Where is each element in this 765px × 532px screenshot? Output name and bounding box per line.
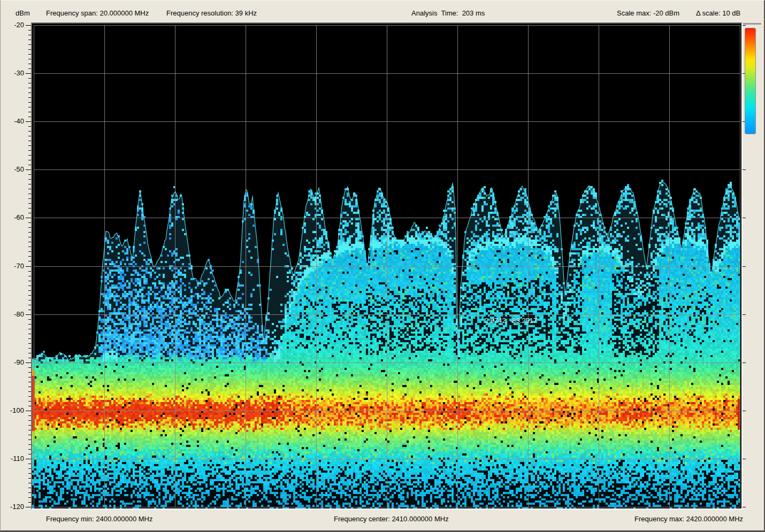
- y-axis-tick-right: [743, 25, 746, 26]
- y-axis-tick: [26, 411, 31, 411]
- y-axis-tick-label: -30: [2, 69, 24, 77]
- y-axis-unit-label: dBm: [16, 9, 30, 17]
- cursor-readout: 2.9742, -83.2517: [485, 317, 537, 325]
- y-axis-tick: [26, 266, 31, 267]
- y-axis-tick-label: -50: [2, 165, 24, 173]
- y-axis-tick: [26, 121, 31, 122]
- y-axis-tick: [26, 218, 31, 218]
- frequency-center-label: Frequency center: 2410.000000 MHz: [334, 515, 449, 523]
- frequency-resolution-label: Frequency resolution: 39 kHz: [166, 9, 257, 17]
- y-axis-tick-right: [743, 169, 746, 170]
- y-axis-tick: [26, 314, 31, 315]
- y-axis-tick: [26, 169, 31, 170]
- y-axis-tick-label: -40: [2, 117, 24, 125]
- y-axis-tick: [26, 73, 31, 74]
- spectrum-analyzer-window: dBm Frequency span: 20.000000 MHz Freque…: [0, 0, 765, 532]
- y-axis-tick-label: -20: [2, 21, 24, 29]
- plot-frame: 2.9742, -83.2517: [31, 22, 743, 510]
- y-axis-tick: [26, 507, 31, 507]
- spectral-plot-canvas[interactable]: [32, 24, 741, 508]
- y-axis-tick-right: [743, 218, 746, 218]
- y-axis-tick-right: [743, 411, 746, 411]
- y-axis-tick-right: [743, 314, 746, 315]
- y-axis-tick-label: -80: [2, 310, 24, 318]
- y-axis-tick-label: -100: [2, 406, 24, 414]
- y-axis-tick-right: [743, 363, 746, 363]
- y-axis-tick-right: [743, 507, 746, 507]
- y-axis-tick-label: -90: [2, 358, 24, 366]
- analysis-time-label: Analysis Time: 203 ms: [411, 9, 485, 17]
- y-axis-tick-label: -120: [2, 503, 24, 511]
- y-axis-tick-label: -60: [2, 213, 24, 221]
- color-scale-legend: [745, 28, 756, 134]
- frequency-min-label: Frequency min: 2400.000000 MHz: [46, 515, 152, 523]
- scale-max-label: Scale max: -20 dBm: [617, 9, 679, 17]
- frequency-max-label: Frequency max: 2420.000000 MHz: [634, 515, 743, 523]
- y-axis-tick: [26, 459, 31, 459]
- y-axis-tick-right: [743, 459, 746, 459]
- colorbar-cap: [743, 23, 761, 25]
- y-axis-tick-right: [743, 266, 746, 267]
- y-axis-tick: [26, 363, 31, 363]
- delta-scale-label: Δ scale: 10 dB: [696, 9, 740, 17]
- y-axis-tick: [26, 25, 31, 26]
- y-axis-tick-label: -110: [2, 454, 24, 462]
- frequency-span-label: Frequency span: 20.000000 MHz: [46, 9, 149, 17]
- y-axis-tick-label: -70: [2, 262, 24, 270]
